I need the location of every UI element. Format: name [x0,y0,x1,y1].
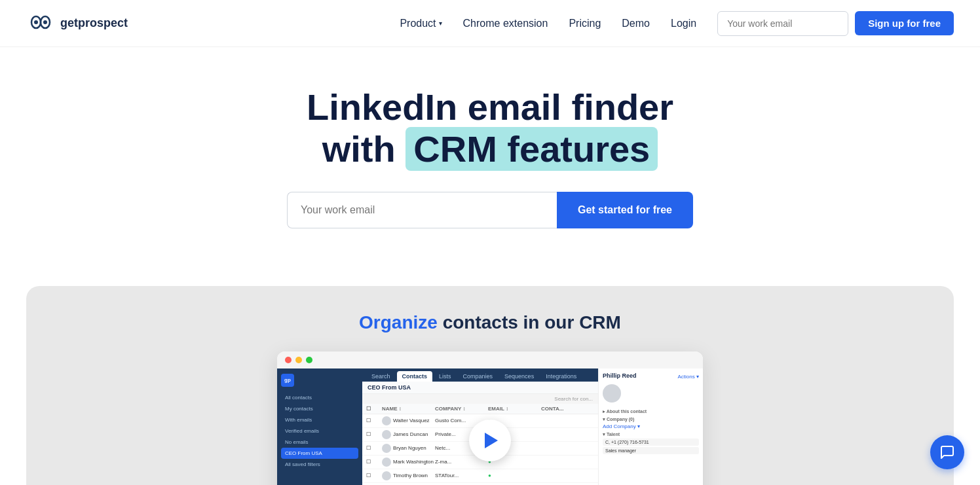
mock-tab-lists: Lists [434,371,457,382]
navbar: getprospect Product ▾ Chrome extension P… [0,0,980,47]
video-section: Organize contacts in our CRM gp All cont… [26,286,954,485]
nav-signup-button[interactable]: Sign up for free [855,11,954,35]
mock-tab-search: Search [366,371,396,382]
hero-cta-button[interactable]: Get started for free [557,192,693,228]
mock-search-bar: Search for con... [362,394,598,404]
hero-email-input[interactable] [287,192,557,228]
svg-point-4 [43,20,47,24]
mock-tab-sequences: Sequences [499,371,539,382]
video-frame: gp All contacts My contacts With emails … [277,351,703,485]
list-item: All saved filters [281,459,358,470]
list-item: With emails [281,414,358,425]
mock-talent-role: Sales manager [603,447,699,454]
mock-right-panel: Phillip Reed Actions ▾ ▸ About this cont… [598,368,703,485]
mock-table-header: ☐ NAME ↕ COMPANY ↕ EMAIL ↕ CONTA... [362,404,598,414]
mock-talent-phone: C, +1 (270) 716-5731 [603,439,699,446]
nav-item-demo[interactable]: Demo [622,18,650,29]
hero-section: LinkedIn email finder with CRM features … [0,47,980,286]
video-content: gp All contacts My contacts With emails … [277,368,703,485]
chat-bubble[interactable] [930,435,964,469]
hero-title: LinkedIn email finder with CRM features [307,86,673,171]
mock-logo: gp [281,374,358,387]
nav-item-pricing[interactable]: Pricing [569,18,601,29]
mock-tab-integrations: Integrations [540,371,582,382]
chat-icon [939,444,955,460]
list-item: Verified emails [281,425,358,437]
nav-item-chrome[interactable]: Chrome extension [463,18,548,29]
logo-icon [26,9,55,38]
mock-tab-bar: Search Contacts Lists Companies Sequence… [362,368,598,382]
list-item: My contacts [281,403,358,414]
table-row: ☐Timothy BrownSTATour...● [362,469,598,483]
minimize-dot [295,357,302,363]
mock-tab-contacts: Contacts [397,371,433,382]
mock-tab-companies: Companies [458,371,499,382]
hero-highlight: CRM features [405,127,658,171]
mock-contact-name: Phillip Reed [603,372,637,379]
video-caption: Organize contacts in our CRM [359,312,621,333]
play-icon [485,433,498,448]
mock-add-company: Add Company ▾ [603,423,699,429]
list-item: All contacts [281,392,358,403]
close-dot [285,357,292,363]
window-controls [277,351,703,368]
mock-about-section: ▸ About this contact [603,409,699,414]
list-item: No emails [281,437,358,448]
svg-point-2 [34,20,38,24]
play-button[interactable] [469,420,511,461]
logo[interactable]: getprospect [26,9,128,38]
hero-cta: Get started for free [287,192,693,228]
nav-links: Product ▾ Chrome extension Pricing Demo … [400,18,696,29]
mock-contact-avatar [603,384,621,403]
mock-list-title: CEO From USA [362,382,598,394]
nav-item-product[interactable]: Product ▾ [400,18,442,29]
chevron-down-icon: ▾ [439,20,442,27]
logo-text: getprospect [60,16,128,30]
mock-sidebar-items: All contacts My contacts With emails Ver… [281,392,358,470]
nav-email-input[interactable] [717,11,848,36]
mock-sidebar: gp All contacts My contacts With emails … [277,368,362,485]
maximize-dot [306,357,312,363]
nav-item-login[interactable]: Login [671,18,696,29]
list-item: CEO From USA [281,448,358,459]
